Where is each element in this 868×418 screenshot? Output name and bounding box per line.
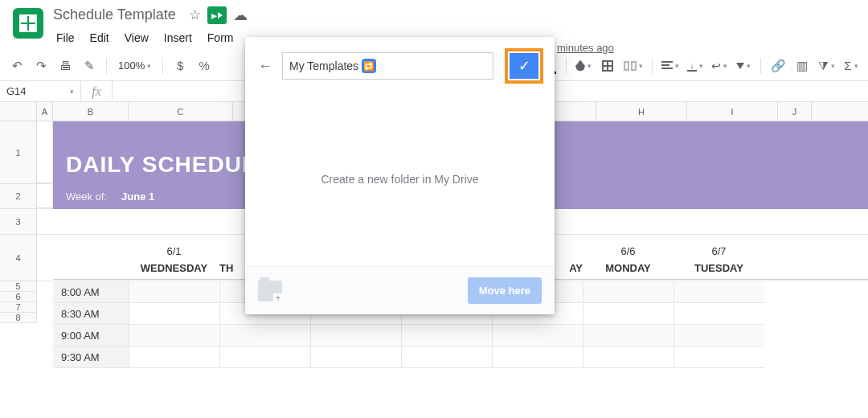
row-header[interactable]: 7 — [0, 302, 37, 313]
insert-chart-button[interactable]: ▥ — [792, 55, 813, 76]
toolbar-separator — [566, 58, 567, 74]
functions-button[interactable]: Σ — [841, 55, 862, 76]
row-header[interactable]: 4 — [0, 235, 37, 281]
doc-meta: Schedule Template ☆ ▸ ☁ File Edit View I… — [50, 5, 248, 51]
merge-cells-button[interactable] — [621, 55, 645, 76]
back-button[interactable]: ← — [256, 57, 274, 75]
format-currency-button[interactable]: $ — [170, 55, 190, 76]
cloud-status-icon[interactable]: ☁ — [233, 6, 248, 24]
col-header-b[interactable]: B — [53, 102, 129, 121]
toolbar-separator — [162, 58, 163, 74]
select-all-corner[interactable] — [0, 102, 37, 121]
undo-button[interactable]: ↶ — [6, 55, 27, 76]
vertical-align-button[interactable] — [685, 55, 706, 76]
dialog-header: ← My Templates 🔁 ✓ — [245, 37, 555, 92]
schedule-title: DAILY SCHEDUL — [66, 152, 256, 178]
row-header[interactable]: 2 — [0, 184, 37, 209]
row-header[interactable]: 8 — [0, 313, 37, 323]
move-to-folder-button[interactable]: ▸ — [207, 6, 227, 24]
dialog-body: Create a new folder in My Drive — [245, 92, 555, 266]
week-of-value: June 1 — [121, 191, 154, 203]
fx-label: fx — [80, 81, 113, 101]
merge-icon — [624, 61, 637, 71]
borders-button[interactable] — [597, 55, 618, 76]
borders-icon — [602, 60, 613, 72]
confirm-folder-button[interactable]: ✓ — [510, 53, 538, 79]
col-header-j[interactable]: J — [778, 102, 812, 121]
confirm-highlight: ✓ — [505, 48, 543, 84]
menu-bar: File Edit View Insert Form — [50, 25, 248, 51]
date-cell: 6/6 — [583, 245, 674, 257]
time-label: 9:00 AM — [53, 325, 129, 346]
folder-name-field-wrap: My Templates 🔁 — [282, 52, 493, 80]
print-button[interactable]: 🖶 — [55, 55, 76, 76]
new-folder-button[interactable] — [258, 281, 282, 301]
col-header-h[interactable]: H — [596, 102, 687, 121]
col-header-c[interactable]: C — [129, 102, 233, 121]
menu-file[interactable]: File — [50, 28, 81, 47]
doc-icons: ☆ ▸ ☁ — [189, 6, 248, 24]
folder-name-input[interactable]: My Templates 🔁 — [283, 59, 493, 73]
name-box-value: G14 — [6, 85, 27, 97]
menu-insert[interactable]: Insert — [158, 28, 199, 47]
filter-button[interactable]: ⧩ — [816, 55, 837, 76]
time-row[interactable]: 9:30 AM — [53, 346, 764, 368]
valign-icon — [687, 60, 697, 72]
move-here-button[interactable]: Move here — [468, 277, 542, 304]
row-header[interactable]: 5 — [0, 281, 37, 292]
dow-cell: WEDNESDAY — [129, 262, 219, 274]
text-rotation-button[interactable] — [733, 55, 754, 76]
fill-color-button[interactable] — [573, 55, 594, 76]
doc-title-row: Schedule Template ☆ ▸ ☁ — [50, 5, 248, 25]
row-header[interactable]: 3 — [0, 209, 37, 235]
text-wrap-button[interactable]: ↩ — [709, 55, 730, 76]
date-cell: 6/7 — [674, 245, 764, 257]
zoom-dropdown[interactable]: 100% — [113, 55, 156, 76]
time-label: 9:30 AM — [53, 346, 129, 367]
document-title[interactable]: Schedule Template — [50, 5, 179, 25]
name-box-dropdown-icon: ▾ — [70, 88, 74, 96]
toolbar-separator — [760, 58, 761, 74]
toolbar-separator — [652, 58, 653, 74]
time-row[interactable]: 9:00 AM — [53, 325, 764, 346]
redo-button[interactable]: ↷ — [31, 55, 51, 76]
menu-view[interactable]: View — [118, 28, 155, 47]
row-headers: 1 2 3 4 5 6 7 8 — [0, 121, 37, 323]
toolbar-separator — [106, 58, 107, 74]
input-emoji-icon: 🔁 — [362, 59, 376, 73]
format-percent-button[interactable]: % — [194, 55, 215, 76]
last-edit-link[interactable]: minutes ago — [557, 42, 614, 54]
row-header[interactable]: 1 — [0, 121, 37, 184]
name-box[interactable]: G14 ▾ — [0, 85, 80, 97]
fill-color-icon — [575, 60, 585, 72]
col-header-i[interactable]: I — [687, 102, 778, 121]
menu-edit[interactable]: Edit — [84, 28, 116, 47]
rotation-icon — [736, 63, 744, 69]
menu-format[interactable]: Form — [201, 28, 240, 47]
row-header[interactable]: 6 — [0, 292, 37, 302]
sheets-logo-icon[interactable] — [13, 8, 43, 39]
move-file-dialog: ← My Templates 🔁 ✓ Create a new folder i… — [245, 37, 555, 314]
dow-cell: TUESDAY — [674, 262, 764, 274]
col-header-a[interactable]: A — [37, 102, 53, 121]
time-label: 8:30 AM — [53, 303, 129, 324]
dialog-body-text: Create a new folder in My Drive — [321, 173, 478, 186]
halign-icon — [661, 61, 673, 71]
dow-cell: MONDAY — [583, 262, 674, 274]
paint-format-button[interactable]: ✎ — [79, 55, 100, 76]
dialog-footer: Move here — [245, 266, 555, 314]
star-icon[interactable]: ☆ — [189, 6, 201, 23]
date-cell: 6/1 — [129, 245, 219, 257]
folder-name-value: My Templates — [289, 59, 358, 72]
time-label: 8:00 AM — [53, 281, 129, 302]
week-of-label: Week of: — [66, 191, 107, 203]
horizontal-align-button[interactable] — [659, 55, 682, 76]
insert-link-button[interactable]: 🔗 — [768, 55, 788, 76]
